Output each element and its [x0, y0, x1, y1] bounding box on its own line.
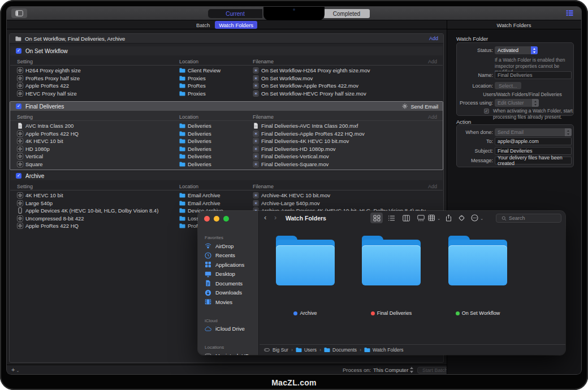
movie-icon	[253, 90, 259, 97]
row-setting: Apple ProRes 422 HQ	[25, 131, 79, 137]
row-setting: ProRes Proxy half size	[25, 75, 80, 81]
folder-icon	[179, 153, 185, 159]
row-filename: On Set Workflow-HEVC Proxy half size.mov	[261, 90, 366, 97]
group-header[interactable]: ✓On Set Workflow	[10, 46, 443, 55]
batch-row[interactable]: SquareDeliveriesFinal Deliveries-Square.…	[10, 161, 443, 168]
batch-row[interactable]: Large 540pEmail ArchiveArchive-Large 540…	[10, 200, 443, 207]
batch-row[interactable]: ProRes Proxy half sizeProxiesOn Set Work…	[10, 75, 443, 83]
back-button[interactable]: ‹	[264, 213, 266, 222]
sidebar-item-recents[interactable]: Recents	[198, 251, 258, 261]
view-tabs-strip: Batch Watch Folders Watch Folders	[7, 20, 581, 29]
activate-checkbox[interactable]: ✓	[484, 109, 489, 114]
group-header[interactable]: ✓Final DeliveriesSend Email	[10, 102, 443, 111]
sidebar-item-macintosh-hd[interactable]: Macintosh HD	[198, 351, 258, 355]
watermark: MacZL.com	[0, 378, 588, 387]
to-field[interactable]: apple@apple.com	[495, 137, 572, 145]
batch-add-link[interactable]: Add	[429, 36, 438, 41]
sidebar-item-icloud-drive[interactable]: iCloud Drive	[198, 324, 258, 334]
batch-row[interactable]: AVC Intra Class 200DeliveriesFinal Deliv…	[10, 122, 443, 130]
minimize-button[interactable]	[214, 216, 219, 222]
sidebar-item-desktop[interactable]: Desktop	[198, 270, 258, 279]
sidebar-item-documents[interactable]: Documents	[198, 279, 258, 288]
view-list-button[interactable]	[385, 213, 397, 223]
process-on-label: Process on:	[343, 367, 371, 373]
doc-icon	[17, 123, 23, 129]
name-field[interactable]: Final Deliveries	[495, 71, 572, 79]
path-separator: ›	[360, 347, 361, 353]
path-item[interactable]: Documents	[324, 347, 357, 353]
subject-field[interactable]: Final Devileries	[495, 147, 572, 155]
process-on-select[interactable]: This Computer	[373, 367, 408, 373]
when-done-popup[interactable]: Send Email	[495, 128, 572, 136]
close-button[interactable]	[204, 216, 210, 222]
add-job-button[interactable]: +⌄	[11, 366, 19, 373]
path-item[interactable]: Users	[296, 347, 317, 353]
batch-row[interactable]: 4K HEVC 10 bitDeliveriesFinal Deliveries…	[10, 137, 443, 145]
sidebar-item-airdrop[interactable]: AirDrop	[198, 241, 258, 251]
folder-label[interactable]: On Set Workflow	[447, 310, 508, 316]
batch-row[interactable]: HEVC Proxy half sizeProxiesOn Set Workfl…	[10, 90, 443, 98]
process-using-popup[interactable]: Edit Cluster	[495, 99, 539, 107]
path-item[interactable]: Big Sur	[264, 347, 288, 353]
folder-label[interactable]: Archive	[275, 310, 336, 316]
folder-icon	[179, 90, 185, 97]
batch-header-bar[interactable]: On Set Workflow, Final Deliveries, Archi…	[10, 34, 443, 44]
folder-icon-large[interactable]	[276, 236, 335, 285]
batch-row[interactable]: VerticalDeliveriesFinal Deliveries-Verti…	[10, 153, 443, 161]
column-add-link[interactable]: Add	[428, 184, 437, 189]
column-add-link[interactable]: Add	[428, 114, 437, 120]
group-checkbox[interactable]: ✓	[16, 48, 21, 54]
batch-row[interactable]: 4K HEVC 10 bitEmail ArchiveArchive-4K HE…	[10, 192, 443, 200]
search-field[interactable]: Search	[496, 214, 561, 223]
path-item[interactable]: Watch Folders	[364, 347, 403, 353]
folder-label[interactable]: Final Deliveries	[361, 310, 422, 316]
tab-current[interactable]: Current	[208, 9, 262, 18]
group-checkbox[interactable]: ✓	[16, 103, 21, 109]
sidebar-item-applications[interactable]: Applications	[198, 260, 258, 270]
batch-row[interactable]: HD 1080pDeliveriesFinal Deliveries-HD 10…	[10, 145, 443, 153]
zoom-button[interactable]	[223, 216, 229, 222]
group-header[interactable]: ✓Archive	[10, 171, 443, 180]
folder-icon-large[interactable]	[448, 236, 507, 285]
sidebar-item-movies[interactable]: Movies	[198, 297, 258, 307]
tag-dot	[293, 311, 297, 315]
column-add-link[interactable]: Add	[428, 59, 437, 64]
group-by-button[interactable]: ⌄	[428, 214, 436, 222]
sidebar-item-downloads[interactable]: Downloads	[198, 288, 258, 298]
process-on-stepper-icon[interactable]	[409, 367, 414, 373]
finder-content-area: ‹ › Watch Folders ⌄ ⌄ Search	[260, 211, 565, 355]
batch-row[interactable]: Apple ProRes 422 HQDeliveriesFinal Deliv…	[10, 130, 443, 138]
tags-button[interactable]	[458, 214, 466, 222]
more-options-button[interactable]: ⌄	[471, 214, 479, 222]
status-popup[interactable]: Activated	[495, 46, 538, 54]
tab-watch-folders[interactable]: Watch Folders	[215, 21, 257, 29]
tab-batch[interactable]: Batch	[196, 22, 210, 28]
folder-icon-large[interactable]	[362, 236, 421, 285]
batch-row[interactable]: H264 Proxy eighth sizeClient ReviewOn Se…	[10, 67, 443, 75]
column-location: Location	[179, 59, 198, 64]
sidebar-toggle-button[interactable]	[11, 8, 27, 18]
view-columns-button[interactable]	[400, 213, 412, 223]
batch-monitor-button[interactable]	[562, 9, 577, 18]
tag-dot	[371, 311, 375, 315]
batch-row[interactable]: Apple ProRes 422ProResOn Set Workflow-Ap…	[10, 82, 443, 90]
group-action-button[interactable]: Send Email	[402, 103, 438, 110]
row-filename: Final Deliveries-4K HEVC 10 bit.mov	[261, 138, 349, 144]
group-checkbox[interactable]: ✓	[16, 173, 21, 179]
location-select-button[interactable]: Select...	[495, 82, 521, 89]
movie-icon	[253, 161, 259, 167]
message-field[interactable]: Your delivery files have been created	[495, 157, 572, 164]
row-location: Deliveries	[188, 146, 211, 152]
row-setting: H264 Proxy eighth size	[25, 67, 81, 73]
view-grid-button[interactable]	[370, 213, 383, 223]
share-button[interactable]	[445, 214, 453, 222]
tab-completed[interactable]: Completed	[323, 9, 370, 18]
popup-stepper-icon	[565, 128, 572, 136]
inspector-panel-title: Watch Folders	[447, 20, 581, 29]
view-gallery-button[interactable]	[414, 213, 427, 223]
folder-icon	[179, 131, 185, 137]
row-location: Proxies	[188, 90, 206, 97]
path-separator: ›	[291, 347, 293, 353]
sidebar-item-label: Macintosh HD	[215, 353, 249, 355]
forward-button[interactable]: ›	[274, 213, 276, 222]
